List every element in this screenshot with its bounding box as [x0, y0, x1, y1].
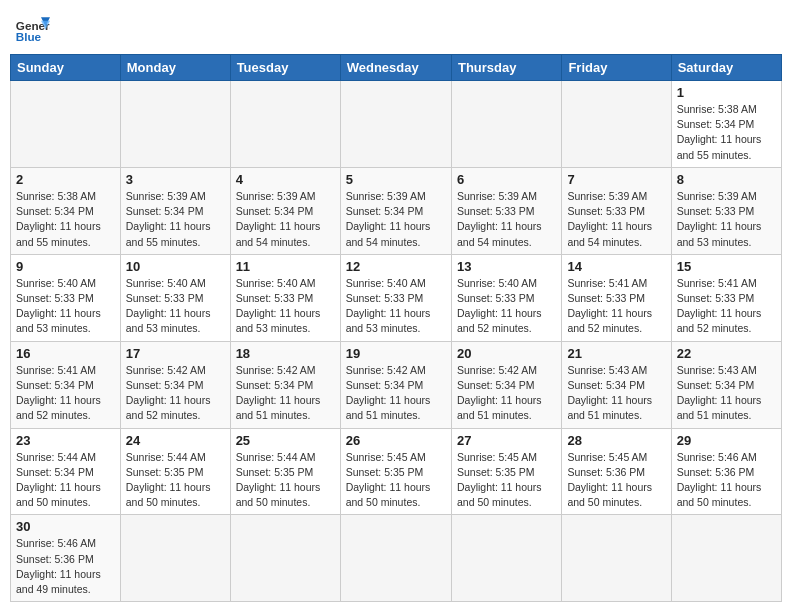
calendar-cell [340, 81, 451, 168]
day-number: 22 [677, 346, 776, 361]
calendar-cell: 11Sunrise: 5:40 AM Sunset: 5:33 PM Dayli… [230, 254, 340, 341]
day-number: 15 [677, 259, 776, 274]
calendar-cell: 3Sunrise: 5:39 AM Sunset: 5:34 PM Daylig… [120, 167, 230, 254]
svg-text:Blue: Blue [16, 30, 42, 43]
day-info: Sunrise: 5:42 AM Sunset: 5:34 PM Dayligh… [236, 363, 335, 424]
day-number: 5 [346, 172, 446, 187]
calendar-cell: 16Sunrise: 5:41 AM Sunset: 5:34 PM Dayli… [11, 341, 121, 428]
day-info: Sunrise: 5:40 AM Sunset: 5:33 PM Dayligh… [126, 276, 225, 337]
day-info: Sunrise: 5:40 AM Sunset: 5:33 PM Dayligh… [16, 276, 115, 337]
calendar-week-4: 16Sunrise: 5:41 AM Sunset: 5:34 PM Dayli… [11, 341, 782, 428]
header-row: SundayMondayTuesdayWednesdayThursdayFrid… [11, 55, 782, 81]
day-info: Sunrise: 5:41 AM Sunset: 5:33 PM Dayligh… [677, 276, 776, 337]
calendar-cell: 30Sunrise: 5:46 AM Sunset: 5:36 PM Dayli… [11, 515, 121, 602]
day-info: Sunrise: 5:39 AM Sunset: 5:34 PM Dayligh… [346, 189, 446, 250]
day-header-tuesday: Tuesday [230, 55, 340, 81]
day-info: Sunrise: 5:39 AM Sunset: 5:33 PM Dayligh… [567, 189, 665, 250]
calendar-week-3: 9Sunrise: 5:40 AM Sunset: 5:33 PM Daylig… [11, 254, 782, 341]
calendar-cell: 19Sunrise: 5:42 AM Sunset: 5:34 PM Dayli… [340, 341, 451, 428]
calendar-cell: 4Sunrise: 5:39 AM Sunset: 5:34 PM Daylig… [230, 167, 340, 254]
day-info: Sunrise: 5:46 AM Sunset: 5:36 PM Dayligh… [16, 536, 115, 597]
calendar-cell: 2Sunrise: 5:38 AM Sunset: 5:34 PM Daylig… [11, 167, 121, 254]
day-number: 26 [346, 433, 446, 448]
calendar-cell: 22Sunrise: 5:43 AM Sunset: 5:34 PM Dayli… [671, 341, 781, 428]
logo-icon: General Blue [14, 10, 50, 46]
calendar-cell: 9Sunrise: 5:40 AM Sunset: 5:33 PM Daylig… [11, 254, 121, 341]
calendar-cell [562, 515, 671, 602]
calendar-cell [120, 515, 230, 602]
day-info: Sunrise: 5:42 AM Sunset: 5:34 PM Dayligh… [346, 363, 446, 424]
day-info: Sunrise: 5:46 AM Sunset: 5:36 PM Dayligh… [677, 450, 776, 511]
calendar-cell [340, 515, 451, 602]
day-header-monday: Monday [120, 55, 230, 81]
day-info: Sunrise: 5:40 AM Sunset: 5:33 PM Dayligh… [346, 276, 446, 337]
day-info: Sunrise: 5:45 AM Sunset: 5:35 PM Dayligh… [457, 450, 556, 511]
calendar-cell: 25Sunrise: 5:44 AM Sunset: 5:35 PM Dayli… [230, 428, 340, 515]
calendar-cell: 14Sunrise: 5:41 AM Sunset: 5:33 PM Dayli… [562, 254, 671, 341]
day-number: 10 [126, 259, 225, 274]
day-info: Sunrise: 5:40 AM Sunset: 5:33 PM Dayligh… [457, 276, 556, 337]
calendar-cell: 13Sunrise: 5:40 AM Sunset: 5:33 PM Dayli… [451, 254, 561, 341]
day-info: Sunrise: 5:38 AM Sunset: 5:34 PM Dayligh… [677, 102, 776, 163]
day-number: 4 [236, 172, 335, 187]
calendar-cell: 12Sunrise: 5:40 AM Sunset: 5:33 PM Dayli… [340, 254, 451, 341]
calendar-cell: 20Sunrise: 5:42 AM Sunset: 5:34 PM Dayli… [451, 341, 561, 428]
calendar-cell: 6Sunrise: 5:39 AM Sunset: 5:33 PM Daylig… [451, 167, 561, 254]
day-info: Sunrise: 5:39 AM Sunset: 5:34 PM Dayligh… [236, 189, 335, 250]
calendar-cell: 10Sunrise: 5:40 AM Sunset: 5:33 PM Dayli… [120, 254, 230, 341]
day-number: 12 [346, 259, 446, 274]
day-number: 6 [457, 172, 556, 187]
day-number: 9 [16, 259, 115, 274]
day-info: Sunrise: 5:43 AM Sunset: 5:34 PM Dayligh… [677, 363, 776, 424]
day-info: Sunrise: 5:38 AM Sunset: 5:34 PM Dayligh… [16, 189, 115, 250]
day-info: Sunrise: 5:44 AM Sunset: 5:34 PM Dayligh… [16, 450, 115, 511]
day-number: 11 [236, 259, 335, 274]
day-number: 18 [236, 346, 335, 361]
day-info: Sunrise: 5:41 AM Sunset: 5:33 PM Dayligh… [567, 276, 665, 337]
calendar-cell: 23Sunrise: 5:44 AM Sunset: 5:34 PM Dayli… [11, 428, 121, 515]
day-info: Sunrise: 5:43 AM Sunset: 5:34 PM Dayligh… [567, 363, 665, 424]
calendar-week-1: 1Sunrise: 5:38 AM Sunset: 5:34 PM Daylig… [11, 81, 782, 168]
calendar-cell: 18Sunrise: 5:42 AM Sunset: 5:34 PM Dayli… [230, 341, 340, 428]
calendar-week-5: 23Sunrise: 5:44 AM Sunset: 5:34 PM Dayli… [11, 428, 782, 515]
day-number: 14 [567, 259, 665, 274]
day-info: Sunrise: 5:39 AM Sunset: 5:34 PM Dayligh… [126, 189, 225, 250]
day-number: 21 [567, 346, 665, 361]
day-number: 24 [126, 433, 225, 448]
calendar-cell: 17Sunrise: 5:42 AM Sunset: 5:34 PM Dayli… [120, 341, 230, 428]
day-header-saturday: Saturday [671, 55, 781, 81]
day-number: 27 [457, 433, 556, 448]
calendar-cell [451, 81, 561, 168]
day-number: 16 [16, 346, 115, 361]
page-header: General Blue [10, 10, 782, 46]
calendar-week-2: 2Sunrise: 5:38 AM Sunset: 5:34 PM Daylig… [11, 167, 782, 254]
day-info: Sunrise: 5:39 AM Sunset: 5:33 PM Dayligh… [457, 189, 556, 250]
day-info: Sunrise: 5:44 AM Sunset: 5:35 PM Dayligh… [126, 450, 225, 511]
logo: General Blue [14, 10, 50, 46]
day-header-thursday: Thursday [451, 55, 561, 81]
calendar-cell [562, 81, 671, 168]
calendar-cell: 24Sunrise: 5:44 AM Sunset: 5:35 PM Dayli… [120, 428, 230, 515]
day-number: 19 [346, 346, 446, 361]
day-info: Sunrise: 5:42 AM Sunset: 5:34 PM Dayligh… [126, 363, 225, 424]
calendar-cell [451, 515, 561, 602]
day-number: 28 [567, 433, 665, 448]
day-info: Sunrise: 5:42 AM Sunset: 5:34 PM Dayligh… [457, 363, 556, 424]
day-info: Sunrise: 5:44 AM Sunset: 5:35 PM Dayligh… [236, 450, 335, 511]
calendar-cell [230, 515, 340, 602]
day-number: 8 [677, 172, 776, 187]
calendar-cell: 7Sunrise: 5:39 AM Sunset: 5:33 PM Daylig… [562, 167, 671, 254]
calendar-cell: 28Sunrise: 5:45 AM Sunset: 5:36 PM Dayli… [562, 428, 671, 515]
day-info: Sunrise: 5:45 AM Sunset: 5:35 PM Dayligh… [346, 450, 446, 511]
calendar-week-6: 30Sunrise: 5:46 AM Sunset: 5:36 PM Dayli… [11, 515, 782, 602]
day-number: 25 [236, 433, 335, 448]
day-number: 30 [16, 519, 115, 534]
day-info: Sunrise: 5:39 AM Sunset: 5:33 PM Dayligh… [677, 189, 776, 250]
calendar-cell: 5Sunrise: 5:39 AM Sunset: 5:34 PM Daylig… [340, 167, 451, 254]
day-number: 2 [16, 172, 115, 187]
day-header-sunday: Sunday [11, 55, 121, 81]
calendar-cell: 1Sunrise: 5:38 AM Sunset: 5:34 PM Daylig… [671, 81, 781, 168]
day-number: 13 [457, 259, 556, 274]
calendar-cell: 26Sunrise: 5:45 AM Sunset: 5:35 PM Dayli… [340, 428, 451, 515]
calendar-cell: 21Sunrise: 5:43 AM Sunset: 5:34 PM Dayli… [562, 341, 671, 428]
